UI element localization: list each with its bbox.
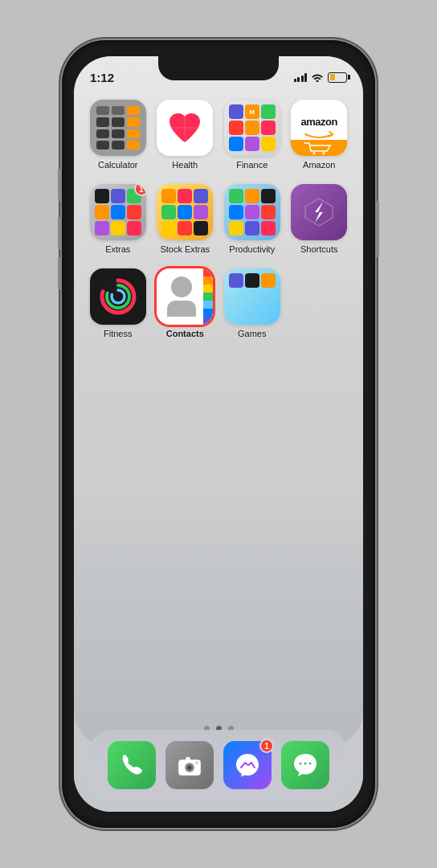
- calculator-icon[interactable]: [90, 100, 146, 156]
- fitness-label: Fitness: [104, 329, 132, 338]
- camera-icon: [175, 751, 204, 779]
- svg-point-17: [304, 763, 307, 765]
- dock: 1: [90, 730, 347, 800]
- status-bar: 1:12: [74, 56, 363, 92]
- svg-point-18: [309, 763, 312, 765]
- svg-rect-14: [186, 757, 190, 760]
- status-icons: [294, 72, 348, 83]
- svg-point-13: [188, 766, 191, 769]
- messages-icon: [292, 751, 319, 779]
- shortcuts-icon[interactable]: [291, 184, 347, 240]
- dock-app-messenger[interactable]: 1: [223, 741, 272, 789]
- stock-extras-label: Stock Extras: [160, 244, 210, 254]
- svg-point-1: [323, 152, 325, 154]
- app-item-games[interactable]: Games: [223, 268, 282, 338]
- messenger-icon: [234, 751, 261, 779]
- fitness-rings-icon: [98, 276, 138, 317]
- phone-screen: 1:12: [74, 56, 363, 812]
- dock-app-camera[interactable]: [165, 741, 214, 789]
- app-item-fitness[interactable]: Fitness: [88, 268, 148, 338]
- svg-point-15: [195, 761, 198, 764]
- signal-icon: [294, 72, 308, 82]
- productivity-icon[interactable]: [224, 184, 280, 240]
- productivity-label: Productivity: [229, 244, 275, 254]
- app-item-productivity[interactable]: Productivity: [223, 184, 282, 254]
- dock-app-messages[interactable]: [281, 741, 329, 789]
- app-item-contacts[interactable]: Contacts: [156, 268, 215, 338]
- svg-marker-2: [305, 199, 333, 226]
- phone-icon: [118, 751, 145, 779]
- status-time: 1:12: [90, 71, 114, 84]
- extras-icon[interactable]: 1: [90, 184, 146, 240]
- app-item-extras[interactable]: 1 Extras: [88, 184, 148, 254]
- wifi-icon: [311, 72, 324, 82]
- phone-frame: 1:12: [62, 40, 375, 828]
- app-item-health[interactable]: Health: [156, 100, 215, 170]
- messenger-badge: 1: [259, 739, 274, 753]
- svg-point-0: [313, 152, 316, 154]
- app-item-stock-extras[interactable]: Stock Extras: [156, 184, 215, 254]
- dock-app-phone[interactable]: [108, 741, 156, 789]
- contacts-icon[interactable]: [157, 268, 213, 325]
- extras-label: Extras: [105, 244, 130, 254]
- amazon-cart-icon: [303, 141, 335, 154]
- contacts-label: Contacts: [166, 329, 204, 338]
- finance-label: Finance: [236, 160, 268, 170]
- shortcuts-label: Shortcuts: [300, 244, 337, 254]
- battery-fill: [330, 74, 336, 80]
- amazon-label: Amazon: [303, 160, 335, 170]
- svg-point-16: [300, 763, 302, 765]
- games-icon[interactable]: [224, 268, 280, 325]
- app-item-amazon[interactable]: amazon: [290, 100, 349, 170]
- finance-icon[interactable]: M: [224, 100, 280, 156]
- app-item-shortcuts[interactable]: Shortcuts: [290, 184, 349, 254]
- health-icon[interactable]: [157, 100, 213, 156]
- amazon-arrow-icon: [301, 128, 337, 141]
- app-item-finance[interactable]: M Finance: [223, 100, 282, 170]
- amazon-icon[interactable]: amazon: [291, 100, 347, 156]
- fitness-icon[interactable]: [90, 268, 146, 325]
- stock-extras-icon[interactable]: [157, 184, 213, 240]
- app-grid: Calculator Health: [88, 100, 349, 338]
- shortcuts-symbol-icon: [302, 195, 336, 229]
- health-label: Health: [172, 160, 198, 170]
- wallpaper-trees: [74, 490, 363, 747]
- games-label: Games: [238, 329, 266, 338]
- health-heart-icon: [167, 112, 202, 144]
- app-item-calculator[interactable]: Calculator: [88, 100, 148, 170]
- calculator-label: Calculator: [98, 160, 138, 170]
- battery-icon: [328, 72, 347, 83]
